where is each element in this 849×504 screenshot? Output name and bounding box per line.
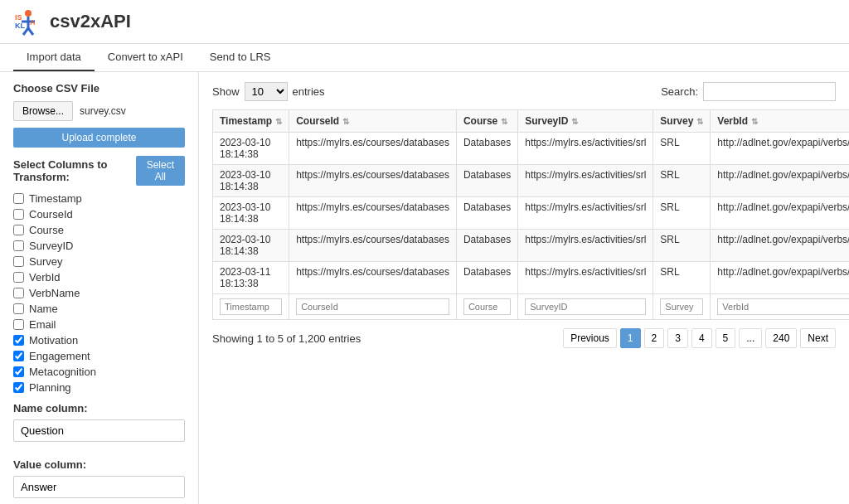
cell-survey: SRL [653,133,711,165]
col-header-courseid[interactable]: CourseId⇅ [289,110,457,133]
svg-line-4 [28,28,33,35]
cell-courseid: https://mylrs.es/courses/databases [289,262,457,294]
entries-select[interactable]: 102550100 [245,82,288,101]
pagination-page-...[interactable]: ... [739,328,762,348]
checkbox-item-survey: Survey [13,255,185,268]
table-footer: Showing 1 to 5 of 1,200 entries Previous… [212,328,836,348]
file-row: Browse... survey.csv [13,101,185,121]
checkbox-label-surveyid: SurveyID [29,240,73,252]
checkbox-label-verbid: VerbId [29,271,61,284]
checkbox-item-timestamp: Timestamp [13,192,185,205]
filter-survey[interactable] [660,298,703,315]
checkbox-timestamp[interactable] [13,193,24,204]
cell-verbid: http://adlnet.gov/expapi/verbs/answered [711,133,849,165]
tab-convert[interactable]: Convert to xAPI [95,44,196,71]
checkbox-label-verbname: VerbName [29,287,80,299]
checkbox-email[interactable] [13,319,24,330]
pagination-page-3[interactable]: 3 [667,328,688,348]
checkbox-label-survey: Survey [29,255,62,268]
select-columns-header: Select Columns to Transform: Select All [13,156,185,186]
cell-timestamp: 2023-03-10 18:14:38 [213,133,289,165]
checkbox-courseid[interactable] [13,209,24,220]
svg-point-0 [25,10,32,17]
pagination-page-240[interactable]: 240 [765,328,797,348]
pagination-page-5[interactable]: 5 [716,328,736,348]
checkbox-course[interactable] [13,225,24,235]
checkbox-label-metacognition: Metacognition [29,366,96,378]
iskla-logo-icon: IS KL A [13,7,43,36]
search-label: Search: [661,85,698,98]
svg-text:A: A [30,18,36,27]
table-row: 2023-03-10 18:14:38https://mylrs.es/cour… [213,165,850,197]
checkbox-item-course: Course [13,224,185,236]
upload-complete-button[interactable]: Upload complete [13,128,185,148]
checkbox-item-verbid: VerbId [13,271,185,284]
col-header-timestamp[interactable]: Timestamp⇅ [213,110,289,133]
checkbox-item-courseid: CourseId [13,208,185,220]
pagination-prev[interactable]: Previous [563,328,617,348]
name-column-input[interactable] [13,419,185,442]
checkbox-verbid[interactable] [13,272,24,283]
showing-text: Showing 1 to 5 of 1,200 entries [212,332,361,345]
pagination-page-1[interactable]: 1 [620,328,641,348]
show-label: Show [212,85,240,98]
checkbox-label-timestamp: Timestamp [29,192,82,205]
search-input[interactable] [703,82,836,101]
content-area: Show 102550100 entries Search: Timestamp… [199,72,849,504]
cell-course: Databases [456,197,517,230]
pagination-next[interactable]: Next [800,328,836,348]
col-header-survey[interactable]: Survey⇅ [653,110,711,133]
select-columns-title: Select Columns to Transform: [13,158,136,183]
cell-survey: SRL [653,230,711,262]
select-all-button[interactable]: Select All [136,156,185,186]
filter-surveyid[interactable] [525,298,646,315]
checkbox-surveyid[interactable] [13,240,24,251]
tab-import[interactable]: Import data [13,44,95,71]
checkbox-label-course: Course [29,224,64,236]
checkbox-planning[interactable] [13,382,24,393]
table-controls-top: Show 102550100 entries Search: [212,82,836,101]
checkbox-metacognition[interactable] [13,366,24,377]
checkbox-label-courseid: CourseId [29,208,73,220]
table-row: 2023-03-10 18:14:38https://mylrs.es/cour… [213,230,850,262]
svg-text:KL: KL [15,22,25,30]
table-row: 2023-03-10 18:14:38https://mylrs.es/cour… [213,197,850,230]
file-name-display: survey.csv [80,105,126,117]
checkbox-item-engagement: Engagement [13,350,185,362]
pagination-page-4[interactable]: 4 [691,328,712,348]
checkbox-motivation[interactable] [13,335,24,346]
cell-surveyid: https://mylrs.es/activities/srl [518,262,653,294]
checkbox-item-surveyid: SurveyID [13,240,185,252]
sidebar: Choose CSV File Browse... survey.csv Upl… [0,72,199,504]
cell-courseid: https://mylrs.es/courses/databases [289,133,457,165]
tab-send[interactable]: Send to LRS [196,44,284,71]
browse-button[interactable]: Browse... [13,101,73,121]
app-logo: IS KL A csv2xAPI [13,7,131,36]
col-header-verbid[interactable]: VerbId⇅ [711,110,849,133]
cell-courseid: https://mylrs.es/courses/databases [289,197,457,230]
filter-courseid[interactable] [296,298,449,315]
cell-timestamp: 2023-03-10 18:14:38 [213,230,289,262]
checkbox-name[interactable] [13,303,24,314]
cell-course: Databases [456,230,517,262]
checkbox-survey[interactable] [13,256,24,267]
cell-surveyid: https://mylrs.es/activities/srl [518,230,653,262]
checkbox-engagement[interactable] [13,351,24,361]
col-header-course[interactable]: Course⇅ [456,110,517,133]
col-header-surveyid[interactable]: SurveyID⇅ [518,110,653,133]
table-row: 2023-03-11 18:13:38https://mylrs.es/cour… [213,262,850,294]
name-column-title: Name column: [13,402,185,414]
app-header: IS KL A csv2xAPI [0,0,849,44]
filter-timestamp[interactable] [220,298,282,315]
cell-course: Databases [456,165,517,197]
checkbox-list: TimestampCourseIdCourseSurveyIDSurveyVer… [13,192,185,394]
checkbox-item-verbname: VerbName [13,287,185,299]
cell-course: Databases [456,262,517,294]
checkbox-label-planning: Planning [29,381,71,394]
filter-verbid[interactable] [717,298,849,315]
filter-course[interactable] [463,298,511,315]
pagination-page-2[interactable]: 2 [644,328,665,348]
value-column-input[interactable] [13,476,185,498]
checkbox-verbname[interactable] [13,288,24,298]
cell-course: Databases [456,133,517,165]
